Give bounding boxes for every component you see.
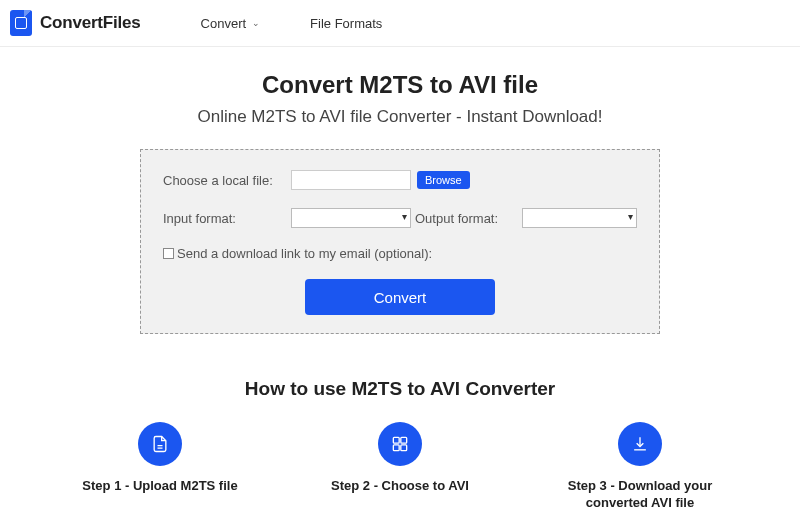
row-file: Choose a local file: Browse: [163, 170, 637, 190]
email-checkbox[interactable]: [163, 248, 174, 259]
email-label: Send a download link to my email (option…: [177, 246, 432, 261]
file-input[interactable]: [291, 170, 411, 190]
input-format-select[interactable]: [291, 208, 411, 228]
step-2-label: Step 2 - Choose to AVI: [315, 478, 485, 495]
header: ConvertFiles Convert ⌄ File Formats: [0, 0, 800, 47]
choose-icon: [378, 422, 422, 466]
brand-name: ConvertFiles: [40, 13, 141, 33]
step-1-label: Step 1 - Upload M2TS file: [75, 478, 245, 495]
svg-rect-3: [401, 445, 407, 451]
row-email: Send a download link to my email (option…: [163, 246, 637, 261]
step-1: Step 1 - Upload M2TS file: [75, 422, 245, 512]
logo-icon: [10, 10, 32, 36]
step-2: Step 2 - Choose to AVI: [315, 422, 485, 512]
nav-formats-label: File Formats: [310, 16, 382, 31]
step-3: Step 3 - Download your converted AVI fil…: [555, 422, 725, 512]
convert-button[interactable]: Convert: [305, 279, 495, 315]
howto-title: How to use M2TS to AVI Converter: [0, 378, 800, 400]
svg-rect-1: [401, 437, 407, 443]
upload-icon: [138, 422, 182, 466]
main: Convert M2TS to AVI file Online M2TS to …: [0, 47, 800, 512]
row-format: Input format: Output format:: [163, 208, 637, 228]
download-icon: [618, 422, 662, 466]
nav-convert[interactable]: Convert ⌄: [201, 16, 261, 31]
page-title: Convert M2TS to AVI file: [0, 71, 800, 99]
logo[interactable]: ConvertFiles: [10, 10, 141, 36]
convert-panel: Choose a local file: Browse Input format…: [140, 149, 660, 334]
page-subtitle: Online M2TS to AVI file Converter - Inst…: [0, 107, 800, 127]
nav-convert-label: Convert: [201, 16, 247, 31]
choose-file-label: Choose a local file:: [163, 173, 291, 188]
step-3-label: Step 3 - Download your converted AVI fil…: [555, 478, 725, 512]
nav-file-formats[interactable]: File Formats: [310, 16, 382, 31]
browse-button[interactable]: Browse: [417, 171, 470, 189]
svg-rect-0: [393, 437, 399, 443]
svg-rect-2: [393, 445, 399, 451]
chevron-down-icon: ⌄: [252, 18, 260, 28]
input-format-label: Input format:: [163, 211, 291, 226]
steps: Step 1 - Upload M2TS file Step 2 - Choos…: [0, 422, 800, 512]
output-format-label: Output format:: [415, 211, 498, 226]
output-format-select[interactable]: [522, 208, 637, 228]
nav: Convert ⌄ File Formats: [201, 16, 383, 31]
